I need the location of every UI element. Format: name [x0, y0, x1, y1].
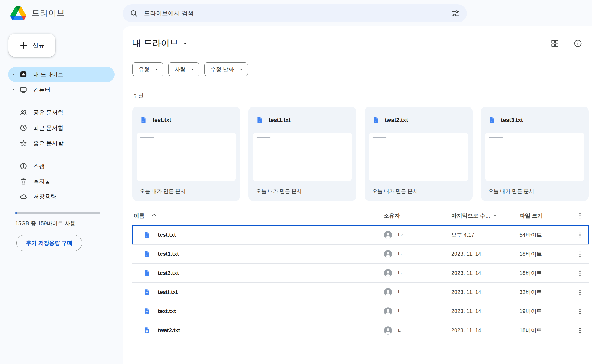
file-row[interactable]: test1.txt 나 2023. 11. 14. 18바이트 — [132, 245, 589, 264]
main-panel: 내 드라이브 유형 — [123, 26, 592, 364]
filter-chip[interactable]: 유형 — [132, 62, 163, 76]
file-preview-thumbnail — [253, 133, 352, 181]
file-size: 18바이트 — [519, 270, 542, 276]
preview-text-line — [373, 137, 386, 138]
search-input[interactable] — [144, 10, 446, 17]
file-row[interactable]: test.txt 나 오후 4:17 54바이트 — [132, 225, 589, 245]
sidebar-item-trash[interactable]: 휴지통 — [8, 174, 115, 189]
owner-avatar — [384, 288, 392, 297]
cloud-icon — [20, 193, 27, 200]
grid-view-icon[interactable] — [551, 39, 559, 48]
file-row[interactable]: testt.txt 나 2023. 11. 14. 32바이트 — [132, 283, 589, 302]
file-name: text.txt — [158, 308, 176, 314]
expand-arrow-icon[interactable] — [10, 87, 20, 92]
owner-avatar — [384, 250, 392, 258]
file-size: 18바이트 — [519, 251, 542, 257]
sidebar-item-computers[interactable]: 컴퓨터 — [8, 82, 115, 97]
suggested-file-card[interactable]: twat2.txt 오늘 내가 만든 문서 — [365, 107, 473, 201]
chevron-down-icon — [154, 67, 159, 72]
app-header: 드라이브 — [0, 0, 592, 26]
file-preview-thumbnail — [369, 133, 468, 181]
text-file-icon — [143, 289, 150, 296]
spam-icon — [20, 162, 27, 170]
search-bar[interactable] — [123, 4, 467, 22]
more-options-icon[interactable] — [576, 212, 584, 219]
more-options-icon[interactable] — [576, 327, 584, 334]
column-header-size[interactable]: 파일 크기 — [519, 213, 543, 219]
sidebar-item-label: 중요 문서함 — [33, 139, 64, 147]
more-options-icon[interactable] — [576, 251, 584, 258]
more-options-icon[interactable] — [576, 231, 584, 239]
filter-chips: 유형 사람 수정 날짜 — [132, 62, 589, 76]
buy-storage-button[interactable]: 추가 저장용량 구매 — [16, 235, 82, 251]
file-size: 32바이트 — [519, 289, 542, 295]
column-header-modified[interactable]: 마지막으로 수... — [451, 212, 490, 219]
sidebar: 신규 내 드라이브 컴퓨터 — [0, 26, 123, 364]
storage-progress-bar — [15, 212, 100, 214]
filter-chip-label: 수정 날짜 — [211, 66, 234, 73]
file-list-header: 이름 소유자 마지막으로 수... 파일 크기 — [132, 206, 589, 225]
sidebar-item-starred[interactable]: 중요 문서함 — [8, 136, 115, 151]
more-options-icon[interactable] — [576, 308, 584, 315]
sidebar-item-spam[interactable]: 스팸 — [8, 158, 115, 174]
owner-name: 나 — [398, 327, 403, 334]
card-file-name: twat2.txt — [385, 117, 408, 123]
my-drive-icon — [20, 71, 27, 78]
sidebar-item-my-drive[interactable]: 내 드라이브 — [8, 67, 115, 82]
view-actions — [551, 39, 589, 48]
sidebar-item-recent[interactable]: 최근 문서함 — [8, 120, 115, 136]
text-file-icon — [143, 327, 150, 334]
filter-chip[interactable]: 수정 날짜 — [204, 62, 248, 76]
page-title[interactable]: 내 드라이브 — [132, 37, 189, 49]
owner-name: 나 — [398, 231, 403, 239]
sidebar-item-label: 컴퓨터 — [33, 86, 50, 94]
new-button[interactable]: 신규 — [8, 34, 55, 57]
suggested-file-card[interactable]: test.txt 오늘 내가 만든 문서 — [132, 107, 240, 201]
drive-logo-icon[interactable] — [10, 6, 26, 20]
chevron-down-icon[interactable] — [492, 213, 498, 219]
filter-chip[interactable]: 사람 — [168, 62, 199, 76]
owner-avatar — [384, 231, 392, 239]
filter-chip-label: 유형 — [139, 66, 149, 73]
column-header-owner[interactable]: 소유자 — [384, 212, 400, 219]
suggested-heading: 추천 — [132, 91, 589, 99]
new-button-label: 신규 — [32, 41, 44, 49]
brand: 드라이브 — [0, 6, 123, 20]
file-row[interactable]: twat2.txt 나 2023. 11. 14. 18바이트 — [132, 321, 589, 340]
chevron-down-icon — [190, 67, 195, 72]
chevron-down-icon — [238, 67, 244, 72]
column-header-name[interactable]: 이름 — [134, 212, 145, 219]
sidebar-item-shared[interactable]: 공유 문서함 — [8, 105, 115, 120]
search-options-icon[interactable] — [452, 9, 460, 17]
sidebar-item-label: 스팸 — [33, 162, 45, 170]
info-icon[interactable] — [573, 39, 582, 48]
owner-name: 나 — [398, 288, 403, 296]
people-icon — [20, 109, 27, 116]
sidebar-item-storage[interactable]: 저장용량 — [8, 189, 115, 204]
preview-text-line — [257, 137, 270, 138]
storage-progress-fill — [15, 212, 17, 214]
text-file-icon — [143, 270, 150, 277]
more-options-icon[interactable] — [576, 270, 584, 277]
owner-avatar — [384, 269, 392, 278]
sort-ascending-icon[interactable] — [151, 213, 157, 219]
more-options-icon[interactable] — [576, 289, 584, 296]
suggested-file-card[interactable]: test3.txt 오늘 내가 만든 문서 — [481, 107, 589, 201]
file-row[interactable]: text.txt 나 2023. 11. 14. 19바이트 — [132, 302, 589, 321]
chevron-down-icon — [182, 40, 189, 47]
search-icon[interactable] — [130, 9, 138, 17]
text-file-icon — [488, 116, 495, 124]
expand-arrow-icon[interactable] — [10, 72, 20, 77]
file-preview-thumbnail — [137, 133, 236, 181]
file-row[interactable]: test3.txt 나 2023. 11. 14. 18바이트 — [132, 264, 589, 283]
sidebar-nav: 내 드라이브 컴퓨터 공유 — [8, 67, 123, 204]
main-header: 내 드라이브 — [132, 37, 589, 49]
modified-date: 2023. 11. 14. — [451, 251, 483, 257]
suggested-file-card[interactable]: test1.txt 오늘 내가 만든 문서 — [248, 107, 356, 201]
file-size: 19바이트 — [519, 308, 542, 314]
sidebar-group-gap — [8, 97, 123, 105]
preview-text-line — [140, 137, 154, 138]
card-header: test1.txt — [248, 107, 356, 133]
preview-text-line — [489, 137, 503, 138]
owner-name: 나 — [398, 269, 403, 277]
